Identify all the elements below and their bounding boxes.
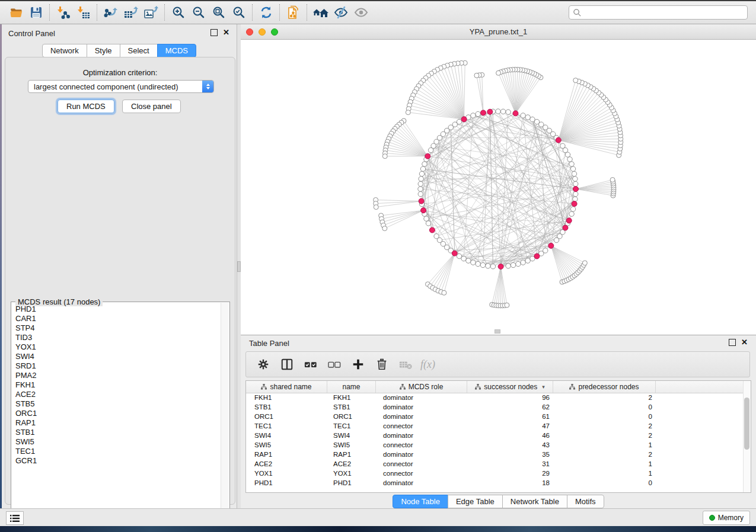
task-history-list-icon[interactable]	[6, 511, 24, 525]
add-column-plus-icon[interactable]	[349, 355, 367, 373]
mcds-result-item[interactable]: GCR1	[12, 456, 219, 466]
import-network-icon[interactable]	[53, 4, 74, 21]
ring-node[interactable]	[511, 262, 515, 267]
mcds-result-item[interactable]: FKH1	[12, 380, 219, 390]
tab-motifs[interactable]: Motifs	[567, 495, 604, 508]
table-cell[interactable]: dominator	[376, 403, 467, 411]
leaf-node[interactable]	[610, 178, 615, 182]
table-cell[interactable]: 0	[553, 403, 656, 411]
ring-node[interactable]	[543, 248, 548, 253]
ring-node[interactable]	[422, 162, 427, 166]
mcds-result-item[interactable]: SWI5	[12, 437, 219, 447]
table-cell[interactable]: dominator	[376, 394, 467, 401]
table-cell[interactable]: 1	[553, 460, 656, 467]
column-header-successor-nodes[interactable]: successor nodes ▾	[467, 381, 553, 393]
table-cell[interactable]: dominator	[376, 432, 467, 439]
mcds-node[interactable]	[498, 264, 503, 269]
table-cell[interactable]: connector	[376, 470, 467, 477]
mcds-node[interactable]	[419, 198, 424, 204]
mcds-result-item[interactable]: PHD1	[12, 305, 219, 314]
mcds-node[interactable]	[566, 218, 572, 223]
ring-node[interactable]	[521, 113, 525, 118]
table-row[interactable]: FKH1FKH1dominator962	[246, 393, 744, 402]
table-row[interactable]: ORC1ORC1dominator610	[246, 412, 744, 421]
import-table-icon[interactable]	[74, 4, 94, 21]
table-cell[interactable]: YOX1	[246, 470, 327, 477]
show-columns-icon[interactable]	[278, 355, 296, 373]
mcds-result-item[interactable]: SWI4	[12, 352, 219, 361]
ring-node[interactable]	[530, 117, 535, 121]
table-cell[interactable]: SWI5	[246, 441, 327, 448]
ring-node[interactable]	[516, 261, 521, 266]
table-cell[interactable]: 18	[467, 479, 553, 486]
ring-node[interactable]	[496, 109, 500, 114]
ring-node[interactable]	[480, 262, 485, 267]
table-cell[interactable]: 96	[467, 394, 553, 401]
ring-node[interactable]	[426, 221, 430, 226]
close-panel-button[interactable]: Close panel	[122, 100, 181, 113]
network-titlebar[interactable]: YPA_prune.txt_1	[241, 24, 756, 40]
ring-node[interactable]	[521, 260, 525, 265]
leaf-node[interactable]	[573, 78, 578, 83]
table-cell[interactable]: ACE2	[246, 460, 327, 467]
ring-node[interactable]	[424, 216, 429, 221]
table-cell[interactable]: dominator	[376, 451, 467, 458]
table-cell[interactable]: 1	[553, 441, 656, 448]
table-cell[interactable]: SWI4	[246, 432, 327, 439]
leaf-node[interactable]	[406, 110, 410, 115]
mcds-node[interactable]	[534, 254, 540, 259]
hide-selected-eye-slash-icon[interactable]	[331, 4, 351, 21]
table-cell[interactable]: dominator	[376, 479, 467, 486]
zoom-out-icon[interactable]	[189, 4, 209, 21]
mcds-node[interactable]	[563, 225, 568, 230]
ring-node[interactable]	[418, 187, 423, 191]
show-all-eye-icon[interactable]	[351, 4, 371, 21]
table-cell[interactable]: PHD1	[327, 479, 376, 486]
export-table-icon[interactable]	[121, 4, 141, 21]
table-row[interactable]: TEC1TEC1connector472	[246, 421, 744, 431]
ring-node[interactable]	[570, 207, 575, 211]
table-cell[interactable]: 47	[467, 422, 553, 430]
ring-node[interactable]	[471, 113, 476, 118]
ring-node[interactable]	[428, 148, 433, 152]
new-network-from-selection-icon[interactable]	[283, 4, 304, 21]
ring-node[interactable]	[573, 191, 578, 196]
open-file-icon[interactable]	[6, 4, 26, 21]
mcds-result-item[interactable]: STB1	[12, 428, 219, 437]
table-row[interactable]: SWI5SWI5connector431	[246, 440, 744, 450]
mcds-list-scrollbar[interactable]	[221, 303, 229, 521]
mcds-result-item[interactable]: TEC1	[12, 447, 219, 456]
float-table-panel-icon[interactable]	[729, 339, 736, 346]
leaf-node[interactable]	[382, 154, 387, 159]
network-canvas[interactable]	[241, 40, 756, 335]
select-all-icon[interactable]	[302, 355, 320, 373]
close-panel-icon[interactable]: ✕	[223, 30, 229, 36]
table-cell[interactable]: FKH1	[246, 394, 327, 401]
mcds-result-item[interactable]: ORC1	[12, 409, 219, 418]
mcds-node[interactable]	[572, 201, 577, 206]
mcds-result-item[interactable]: TID3	[12, 333, 219, 342]
delete-trash-icon[interactable]	[373, 355, 391, 373]
table-cell[interactable]: SWI4	[327, 432, 376, 439]
table-row[interactable]: RAP1RAP1dominator352	[246, 450, 744, 459]
table-cell[interactable]: 0	[553, 479, 656, 486]
mcds-result-item[interactable]: CAR1	[12, 314, 219, 323]
tab-node-table[interactable]: Node Table	[393, 495, 448, 508]
tab-network-table[interactable]: Network Table	[502, 495, 567, 508]
ring-node[interactable]	[567, 157, 572, 162]
mcds-result-item[interactable]: RAP1	[12, 418, 219, 428]
table-cell[interactable]: YOX1	[327, 470, 376, 477]
ring-node[interactable]	[560, 143, 565, 148]
close-table-panel-icon[interactable]: ✕	[741, 339, 748, 345]
ring-node[interactable]	[476, 111, 480, 116]
ring-node[interactable]	[418, 181, 423, 186]
mcds-result-item[interactable]: YOX1	[12, 342, 219, 352]
table-cell[interactable]: ORC1	[246, 413, 327, 420]
table-cell[interactable]: 0	[553, 413, 656, 420]
tab-network[interactable]: Network	[42, 44, 87, 57]
mcds-node[interactable]	[481, 110, 486, 116]
mcds-node[interactable]	[487, 109, 493, 114]
ring-node[interactable]	[466, 258, 471, 263]
table-cell[interactable]: 2	[553, 432, 656, 439]
column-header-name[interactable]: name	[327, 381, 376, 393]
